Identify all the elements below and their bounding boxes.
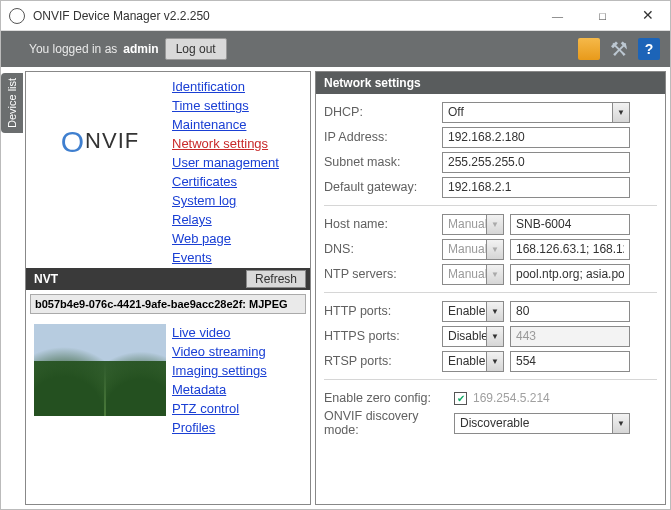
dhcp-select[interactable]: Off▼ — [442, 102, 630, 123]
device-profile-id[interactable]: b057b4e9-076c-4421-9afe-bae9acc28e2f: MJ… — [30, 294, 306, 314]
gw-input[interactable] — [442, 177, 630, 198]
chevron-down-icon: ▼ — [486, 352, 503, 371]
app-window: ONVIF Device Manager v2.2.250 — □ ✕ You … — [0, 0, 671, 510]
zero-label: Enable zero config: — [324, 391, 454, 405]
refresh-button[interactable]: Refresh — [246, 270, 306, 288]
nav-ptz-control[interactable]: PTZ control — [172, 400, 267, 417]
ip-input[interactable] — [442, 127, 630, 148]
maximize-button[interactable]: □ — [580, 1, 625, 31]
chevron-down-icon: ▼ — [486, 240, 503, 259]
rtsp-mode-select[interactable]: Enable▼ — [442, 351, 504, 372]
discovery-select[interactable]: Discoverable▼ — [454, 413, 630, 434]
nvt-bar: NVT Refresh — [26, 268, 310, 290]
rtsp-port-input[interactable] — [510, 351, 630, 372]
video-thumbnail[interactable] — [34, 324, 166, 416]
chevron-down-icon: ▼ — [486, 265, 503, 284]
logout-button[interactable]: Log out — [165, 38, 227, 60]
ntp-label: NTP servers: — [324, 267, 442, 281]
ip-label: IP Address: — [324, 130, 442, 144]
nav-system-log[interactable]: System log — [172, 192, 279, 209]
mask-label: Subnet mask: — [324, 155, 442, 169]
nvt-label: NVT — [34, 272, 58, 286]
nav-imaging-settings[interactable]: Imaging settings — [172, 362, 267, 379]
nav-maintenance[interactable]: Maintenance — [172, 116, 279, 133]
login-prefix: You logged in as — [29, 42, 117, 56]
nav-profiles[interactable]: Profiles — [172, 419, 267, 436]
http-mode-select[interactable]: Enable▼ — [442, 301, 504, 322]
help-icon[interactable]: ? — [638, 38, 660, 60]
rtsp-label: RTSP ports: — [324, 354, 442, 368]
settings-header: Network settings — [316, 72, 665, 94]
nav-events[interactable]: Events — [172, 249, 279, 266]
chevron-down-icon: ▼ — [612, 103, 629, 122]
host-input[interactable] — [510, 214, 630, 235]
https-label: HTTPS ports: — [324, 329, 442, 343]
dns-input[interactable] — [510, 239, 630, 260]
mask-input[interactable] — [442, 152, 630, 173]
titlebar: ONVIF Device Manager v2.2.250 — □ ✕ — [1, 1, 670, 31]
dns-label: DNS: — [324, 242, 442, 256]
settings-icon[interactable]: ⚒ — [608, 38, 630, 60]
folder-icon[interactable] — [578, 38, 600, 60]
auth-bar: You logged in as admin Log out ⚒ ? — [1, 31, 670, 67]
nav-time-settings[interactable]: Time settings — [172, 97, 279, 114]
nav-user-management[interactable]: User management — [172, 154, 279, 171]
https-port-input — [510, 326, 630, 347]
nav-video-streaming[interactable]: Video streaming — [172, 343, 267, 360]
minimize-button[interactable]: — — [535, 1, 580, 31]
settings-panel: Network settings DHCP: Off▼ IP Address: … — [315, 71, 666, 505]
ntp-input[interactable] — [510, 264, 630, 285]
device-list-tab[interactable]: Device list — [1, 73, 23, 133]
login-user: admin — [123, 42, 158, 56]
zero-checkbox[interactable]: ✔ — [454, 392, 467, 405]
nav-certificates[interactable]: Certificates — [172, 173, 279, 190]
body: Device list ONVIF Identification Time se… — [1, 67, 670, 509]
https-mode-select[interactable]: Disable▼ — [442, 326, 504, 347]
chevron-down-icon: ▼ — [486, 327, 503, 346]
window-title: ONVIF Device Manager v2.2.250 — [33, 9, 535, 23]
zero-ip: 169.254.5.214 — [473, 391, 550, 405]
host-mode-select[interactable]: Manual▼ — [442, 214, 504, 235]
nav-live-video[interactable]: Live video — [172, 324, 267, 341]
host-label: Host name: — [324, 217, 442, 231]
device-panel: ONVIF Identification Time settings Maint… — [25, 71, 311, 505]
dns-mode-select[interactable]: Manual▼ — [442, 239, 504, 260]
media-nav-links: Live video Video streaming Imaging setti… — [172, 324, 267, 436]
chevron-down-icon: ▼ — [612, 414, 629, 433]
nav-web-page[interactable]: Web page — [172, 230, 279, 247]
nav-relays[interactable]: Relays — [172, 211, 279, 228]
device-nav-links: Identification Time settings Maintenance… — [172, 78, 279, 266]
nav-identification[interactable]: Identification — [172, 78, 279, 95]
nav-network-settings[interactable]: Network settings — [172, 135, 279, 152]
http-label: HTTP ports: — [324, 304, 442, 318]
close-button[interactable]: ✕ — [625, 1, 670, 31]
chevron-down-icon: ▼ — [486, 215, 503, 234]
onvif-logo: ONVIF — [34, 78, 166, 206]
http-port-input[interactable] — [510, 301, 630, 322]
nav-metadata[interactable]: Metadata — [172, 381, 267, 398]
dhcp-label: DHCP: — [324, 105, 442, 119]
chevron-down-icon: ▼ — [486, 302, 503, 321]
discovery-label: ONVIF discovery mode: — [324, 409, 454, 437]
app-icon — [9, 8, 25, 24]
ntp-mode-select[interactable]: Manual▼ — [442, 264, 504, 285]
gw-label: Default gateway: — [324, 180, 442, 194]
